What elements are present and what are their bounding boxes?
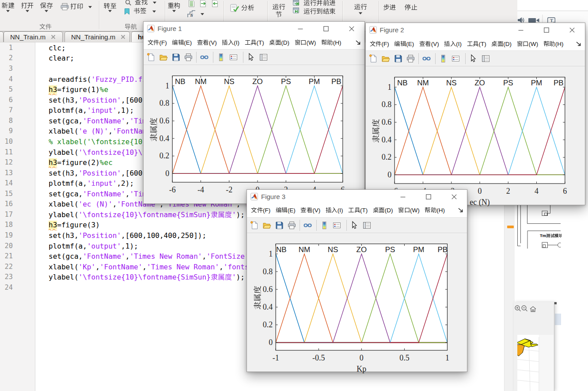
edit-plot-icon[interactable]	[247, 53, 256, 62]
tab-close-icon[interactable]	[121, 34, 125, 39]
dropdown-arrow-icon[interactable]	[172, 10, 176, 12]
dropdown-arrow-icon[interactable]	[6, 10, 10, 12]
ribbon-button-new[interactable]	[2, 2, 15, 9]
menu-item-V[interactable]: (V)	[300, 207, 320, 214]
save-icon[interactable]	[394, 54, 403, 63]
insert-colorbar-icon[interactable]	[439, 54, 448, 63]
save-icon[interactable]	[275, 221, 284, 230]
menu-item-I[interactable]: (I)	[444, 41, 462, 47]
dropdown-arrow-icon[interactable]	[108, 10, 112, 12]
ribbon-button-run[interactable]	[354, 4, 367, 11]
ribbon-button-bookmark[interactable]	[133, 8, 146, 15]
new-file-icon[interactable]	[250, 221, 259, 230]
edit-plot-icon[interactable]	[469, 54, 478, 63]
menu-item-H[interactable]: (H)	[321, 39, 341, 46]
window-minimize-button[interactable]	[508, 23, 534, 37]
ribbon-button-run-to-end[interactable]	[303, 8, 336, 15]
menu-item-T[interactable]: (T)	[245, 39, 264, 46]
menu-item-F[interactable]: (F)	[370, 41, 389, 47]
menu-item-H[interactable]: (H)	[425, 207, 445, 214]
window-maximize-button[interactable]	[416, 190, 441, 204]
menu-overflow-arrow-icon[interactable]	[356, 40, 361, 45]
link-plot-icon[interactable]	[303, 221, 312, 230]
menu-overflow-arrow-icon[interactable]	[458, 208, 463, 213]
window-close-button[interactable]	[441, 190, 467, 204]
edit-plot-icon[interactable]	[350, 221, 359, 230]
dropdown-arrow-icon[interactable]	[201, 13, 205, 15]
menu-item-V[interactable]: (V)	[197, 39, 217, 46]
ribbon-button-stop[interactable]	[405, 4, 417, 11]
menu-item-T[interactable]: (T)	[467, 41, 486, 47]
menu-item-E[interactable]: (E)	[276, 207, 296, 214]
ribbon-button-open[interactable]	[21, 2, 34, 9]
window-minimize-button[interactable]	[288, 22, 313, 36]
ribbon-button-step[interactable]	[383, 4, 396, 11]
dropdown-arrow-icon[interactable]	[152, 10, 156, 13]
editor-tab-NN_Training.m[interactable]: NN_Training.m	[64, 31, 130, 42]
print-icon[interactable]	[406, 54, 415, 63]
editor-tab-NN_Train.m[interactable]: NN_Train.m	[4, 31, 63, 42]
code-report-icon[interactable]	[188, 0, 196, 7]
ribbon-button-refactor[interactable]	[167, 2, 180, 9]
menu-item-W[interactable]: (W)	[398, 207, 420, 214]
new-file-icon[interactable]	[369, 54, 378, 63]
ribbon-button-find[interactable]	[135, 0, 148, 6]
menu-item-T[interactable]: (T)	[348, 207, 368, 214]
plot-browser-icon[interactable]	[259, 53, 268, 62]
figure-titlebar[interactable]: Figure 2	[366, 23, 585, 37]
dropdown-arrow-icon[interactable]	[45, 10, 49, 12]
menu-item-D[interactable]: (D)	[491, 41, 512, 47]
menu-item-F[interactable]: (F)	[148, 39, 167, 46]
ribbon-button-goto[interactable]	[104, 3, 117, 10]
link-plot-icon[interactable]	[422, 54, 431, 63]
indent-out-icon[interactable]	[212, 0, 220, 7]
menu-item-I[interactable]: (I)	[326, 207, 343, 214]
ribbon-button-run-advance[interactable]	[303, 0, 336, 7]
tab-partial[interactable]	[0, 31, 4, 42]
dropdown-arrow-icon[interactable]	[88, 6, 92, 8]
menu-item-E[interactable]: (E)	[394, 41, 414, 47]
print-icon[interactable]	[184, 53, 193, 62]
plot-browser-icon[interactable]	[362, 221, 372, 230]
dropdown-arrow-icon[interactable]	[359, 12, 363, 15]
menu-item-W[interactable]: (W)	[517, 41, 539, 47]
menu-item-F[interactable]: (F)	[251, 207, 270, 214]
tab-close-icon[interactable]	[51, 34, 56, 39]
menu-item-D[interactable]: (D)	[373, 207, 393, 214]
dropdown-arrow-icon[interactable]	[153, 1, 157, 4]
menu-overflow-arrow-icon[interactable]	[576, 42, 581, 46]
indent-in-icon[interactable]	[200, 0, 208, 7]
insert-legend-icon[interactable]	[451, 54, 460, 63]
insert-legend-icon[interactable]	[229, 53, 238, 62]
ribbon-button-run-section-2[interactable]	[276, 11, 282, 18]
insert-colorbar-icon[interactable]	[320, 221, 329, 230]
open-file-icon[interactable]	[262, 221, 272, 230]
function-indicator-icon[interactable]: fi	[187, 10, 196, 18]
menu-item-H[interactable]: (H)	[543, 41, 564, 47]
figure-titlebar[interactable]: Figure 3	[247, 190, 467, 204]
ribbon-button-print[interactable]	[70, 3, 83, 10]
save-icon[interactable]	[171, 53, 181, 62]
link-plot-icon[interactable]	[200, 53, 209, 62]
insert-legend-icon[interactable]	[332, 221, 341, 230]
menu-item-D[interactable]: (D)	[269, 39, 289, 46]
menu-item-I[interactable]: (I)	[222, 39, 239, 46]
new-file-icon[interactable]	[147, 53, 156, 62]
figure-titlebar[interactable]: Figure 1	[144, 22, 365, 36]
open-file-icon[interactable]	[381, 54, 391, 63]
window-minimize-button[interactable]	[390, 190, 416, 204]
window-close-button[interactable]	[559, 23, 585, 37]
print-icon[interactable]	[287, 221, 296, 230]
dropdown-arrow-icon[interactable]	[25, 10, 29, 12]
menu-item-V[interactable]: (V)	[419, 41, 439, 47]
scrollbar-warning-marker[interactable]	[507, 226, 514, 228]
open-file-icon[interactable]	[159, 53, 168, 62]
menu-item-W[interactable]: (W)	[295, 39, 316, 46]
insert-colorbar-icon[interactable]	[216, 53, 226, 62]
ribbon-button-run-section[interactable]	[273, 4, 285, 11]
window-maximize-button[interactable]	[534, 23, 559, 37]
menu-item-E[interactable]: (E)	[172, 39, 192, 46]
window-maximize-button[interactable]	[313, 22, 339, 36]
ribbon-button-save[interactable]	[40, 2, 53, 9]
viewer-toolbar[interactable]	[514, 305, 537, 313]
